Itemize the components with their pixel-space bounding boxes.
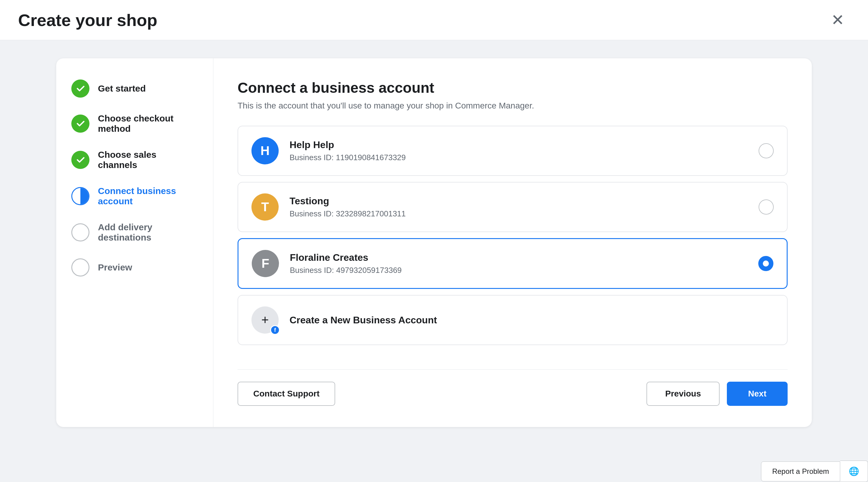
language-globe-button[interactable]: 🌐 xyxy=(840,460,868,482)
report-problem-button[interactable]: Report a Problem xyxy=(761,461,840,481)
step-icon-get-started xyxy=(71,79,89,98)
sidebar: Get started Choose checkout method xyxy=(56,58,213,427)
footer-actions: Contact Support Previous Next xyxy=(238,382,787,406)
radio-floraline[interactable] xyxy=(758,256,773,271)
nav-buttons: Previous Next xyxy=(647,382,787,406)
header: Create your shop ✕ xyxy=(0,0,868,40)
bottom-bar: Report a Problem 🌐 xyxy=(761,460,868,482)
previous-button[interactable]: Previous xyxy=(647,382,720,406)
sidebar-item-preview[interactable]: Preview xyxy=(71,258,198,277)
account-id-floraline: Business ID: 497932059173369 xyxy=(290,266,747,275)
step-icon-connect-business xyxy=(71,187,89,205)
plus-icon: + xyxy=(261,314,269,326)
radio-help-help[interactable] xyxy=(758,143,774,158)
next-button[interactable]: Next xyxy=(727,382,787,406)
content-title: Connect a business account xyxy=(238,79,787,96)
page-title: Create your shop xyxy=(18,10,157,30)
contact-support-button[interactable]: Contact Support xyxy=(238,382,335,406)
radio-inner-floraline xyxy=(763,260,769,266)
avatar-floraline: F xyxy=(252,250,279,277)
step-icon-preview xyxy=(71,258,89,277)
sidebar-item-get-started[interactable]: Get started xyxy=(71,79,198,98)
account-name-help-help: Help Help xyxy=(289,139,748,151)
content-area: Connect a business account This is the a… xyxy=(213,58,812,427)
main-card: Get started Choose checkout method xyxy=(56,58,812,427)
account-item-testiong[interactable]: T Testiong Business ID: 3232898217001311 xyxy=(238,182,787,232)
avatar-testiong: T xyxy=(251,193,279,221)
sidebar-item-add-delivery[interactable]: Add delivery destinations xyxy=(71,222,198,243)
account-info-testiong: Testiong Business ID: 3232898217001311 xyxy=(289,195,748,219)
step-icon-choose-sales xyxy=(71,151,89,169)
account-name-testiong: Testiong xyxy=(289,195,748,207)
step-label-choose-checkout: Choose checkout method xyxy=(98,113,198,134)
sidebar-item-choose-checkout[interactable]: Choose checkout method xyxy=(71,113,198,134)
account-id-help-help: Business ID: 1190190841673329 xyxy=(289,153,748,162)
account-item-help-help[interactable]: H Help Help Business ID: 119019084167332… xyxy=(238,126,787,176)
step-icon-add-delivery xyxy=(71,223,89,242)
footer-divider xyxy=(238,369,787,369)
radio-testiong[interactable] xyxy=(758,199,774,215)
avatar-help-help: H xyxy=(251,137,279,164)
account-info-help-help: Help Help Business ID: 1190190841673329 xyxy=(289,139,748,162)
step-label-add-delivery: Add delivery destinations xyxy=(98,222,198,243)
account-item-floraline[interactable]: F Floraline Creates Business ID: 4979320… xyxy=(238,238,787,289)
account-id-testiong: Business ID: 3232898217001311 xyxy=(289,209,748,219)
step-label-preview: Preview xyxy=(98,262,132,272)
globe-icon: 🌐 xyxy=(849,467,859,476)
account-list: H Help Help Business ID: 119019084167332… xyxy=(238,126,787,345)
sidebar-item-connect-business[interactable]: Connect business account xyxy=(71,186,198,206)
sidebar-item-choose-sales[interactable]: Choose sales channels xyxy=(71,150,198,170)
close-button[interactable]: ✕ xyxy=(826,8,850,32)
step-label-get-started: Get started xyxy=(98,84,146,94)
step-label-choose-sales: Choose sales channels xyxy=(98,150,198,170)
account-name-floraline: Floraline Creates xyxy=(290,252,747,263)
create-account-avatar: + f xyxy=(251,307,279,333)
close-icon: ✕ xyxy=(831,11,844,29)
account-info-floraline: Floraline Creates Business ID: 497932059… xyxy=(290,252,747,275)
facebook-badge-icon: f xyxy=(270,325,280,335)
create-account-item[interactable]: + f Create a New Business Account xyxy=(238,295,787,345)
content-subtitle: This is the account that you'll use to m… xyxy=(238,101,787,110)
step-icon-choose-checkout xyxy=(71,115,89,133)
main-area: Get started Choose checkout method xyxy=(0,40,868,482)
step-label-connect-business: Connect business account xyxy=(98,186,198,206)
create-account-label: Create a New Business Account xyxy=(289,315,437,326)
